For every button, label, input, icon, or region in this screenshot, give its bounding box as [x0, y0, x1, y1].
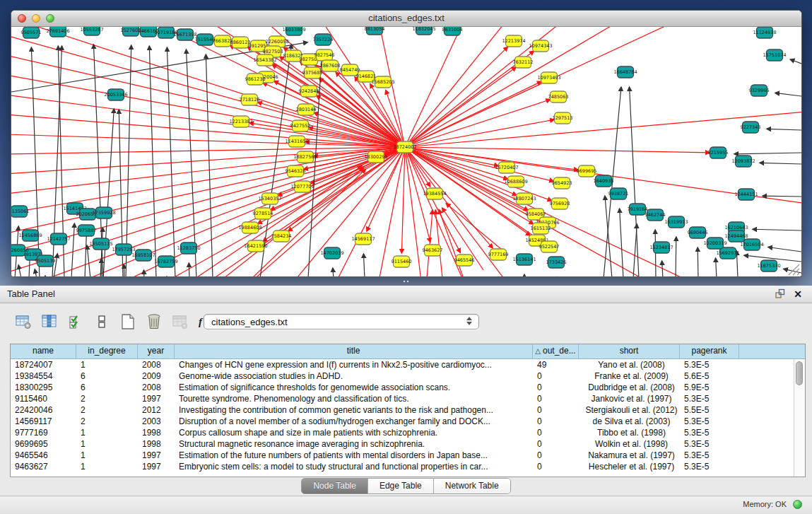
table-cell[interactable]: 2008 — [138, 382, 175, 393]
table-row[interactable]: 969969511998Structural magnetic resonanc… — [11, 438, 794, 450]
graph-node[interactable]: 11832045 — [412, 27, 435, 35]
graph-node[interactable]: 10974343 — [529, 40, 552, 52]
table-cell[interactable]: 14569117 — [11, 416, 76, 427]
new-table-icon[interactable] — [119, 313, 137, 331]
graph-node[interactable]: 16648784 — [613, 66, 637, 78]
graph-node[interactable]: 12142757 — [47, 233, 70, 245]
splitter-grip[interactable] — [403, 280, 409, 283]
graph-node[interactable]: 9278514 — [253, 208, 273, 219]
graph-node[interactable]: 16958107 — [131, 250, 155, 261]
row-height-icon[interactable] — [93, 313, 111, 331]
graph-node[interactable]: 18827563 — [293, 151, 317, 163]
table-cell[interactable]: Changes of HCN gene expression and I(f) … — [175, 359, 533, 370]
graph-node[interactable]: 12494468 — [724, 230, 748, 242]
table-cell[interactable]: 49 — [533, 359, 579, 370]
table-row[interactable]: 1938455462009Genome-wide association stu… — [11, 370, 794, 382]
graph-node[interactable]: 8631004 — [442, 27, 463, 35]
tab-edge-table[interactable]: Edge Table — [368, 479, 434, 493]
table-cell[interactable]: 6 — [76, 382, 138, 393]
table-cell[interactable]: 1997 — [138, 461, 175, 472]
graph-node[interactable]: 18807243 — [512, 193, 536, 204]
table-cell[interactable]: 9463627 — [11, 461, 76, 472]
graph-node[interactable]: 9227343 — [741, 122, 761, 133]
graph-node[interactable]: 9938721 — [608, 188, 629, 199]
graph-node[interactable]: 15720407 — [495, 162, 518, 173]
table-cell[interactable]: 9777169 — [11, 427, 76, 438]
table-cell[interactable]: 0 — [533, 416, 579, 427]
graph-node[interactable]: 8860123 — [230, 37, 251, 48]
graph-node[interactable]: 12213974 — [502, 35, 525, 47]
column-header-year[interactable]: year — [138, 344, 175, 358]
graph-node[interactable]: 16033809 — [282, 27, 305, 35]
table-row[interactable]: 1456911722003Disruption of a novel membe… — [11, 416, 794, 427]
tab-network-table[interactable]: Network Table — [434, 479, 510, 493]
graph-node[interactable]: 10200319 — [703, 238, 726, 249]
column-header-short[interactable]: short — [579, 344, 680, 358]
graph-node[interactable]: 10688609 — [504, 176, 527, 187]
table-cell[interactable]: 1998 — [138, 427, 175, 438]
graph-node[interactable]: 7584234 — [271, 230, 292, 242]
table-cell[interactable]: 9465546 — [11, 450, 76, 461]
table-cell[interactable]: Investigating the contribution of common… — [175, 404, 533, 416]
table-cell[interactable]: Genome-wide association studies in ADHD. — [175, 370, 533, 382]
table-row[interactable]: 946362711997Embryonic stem cells: a mode… — [11, 461, 794, 472]
table-cell[interactable]: 18300295 — [11, 382, 76, 393]
graph-node[interactable]: 12093872 — [731, 156, 755, 167]
table-cell[interactable]: Tibbo et al. (1998) — [579, 427, 680, 438]
graph-node[interactable]: 11456869 — [18, 230, 42, 241]
graph-node[interactable]: 16671358 — [173, 29, 196, 40]
table-cell[interactable]: Disruption of a novel member of a sodium… — [175, 416, 533, 427]
table-cell[interactable]: 1997 — [138, 450, 175, 461]
table-cell[interactable]: Dudbridge et al. (2008) — [579, 382, 680, 393]
vertical-scrollbar[interactable] — [794, 359, 805, 477]
graph-node[interactable]: 9505139 — [35, 255, 56, 267]
table-cell[interactable]: 2 — [76, 404, 138, 416]
graph-node[interactable]: 15340357 — [258, 193, 281, 204]
graph-node[interactable]: 9115460 — [392, 256, 412, 267]
graph-node[interactable]: 9546328 — [286, 165, 306, 177]
graph-node[interactable]: 16782759 — [154, 256, 177, 267]
graph-node[interactable]: 9462744 — [645, 209, 666, 221]
delete-table-icon[interactable] — [145, 313, 163, 331]
table-cell[interactable]: Wolkin et al. (1998) — [579, 438, 680, 450]
graph-node[interactable]: 8813054 — [365, 27, 385, 35]
graph-node[interactable]: 16543382 — [253, 54, 276, 66]
table-row[interactable]: 1830029562008Estimation of significance … — [11, 382, 794, 393]
table-cell[interactable]: 2 — [76, 393, 138, 404]
table-cell[interactable]: 1 — [76, 427, 138, 438]
table-cell[interactable]: 18724007 — [11, 359, 76, 370]
graph-node[interactable]: 18300295 — [364, 151, 387, 163]
table-cell[interactable]: 0 — [533, 382, 579, 393]
table-cell[interactable]: 1 — [76, 359, 138, 370]
tab-node-table[interactable]: Node Table — [302, 479, 368, 493]
graph-node[interactable]: 1297513 — [553, 112, 573, 124]
network-window[interactable]: citations_edges.txt 18724007 18300295 19… — [11, 10, 802, 277]
graph-node[interactable]: 15751074 — [763, 49, 786, 61]
graph-node[interactable]: 9690446 — [688, 227, 708, 238]
graph-node[interactable]: 1640935 — [594, 175, 614, 187]
table-cell[interactable]: 5.9E-5 — [680, 382, 739, 393]
table-cell[interactable]: 5.3E-5 — [680, 461, 739, 472]
table-cell[interactable]: 2012 — [138, 404, 175, 416]
graph-node[interactable]: 7357224 — [313, 34, 334, 45]
graph-node[interactable]: 9463627 — [423, 245, 443, 256]
float-panel-icon[interactable] — [775, 288, 785, 299]
table-cell[interactable]: 0 — [533, 404, 579, 416]
graph-node[interactable]: 1733426 — [546, 257, 567, 268]
select-columns-icon[interactable] — [66, 313, 85, 331]
graph-node[interactable]: 9827546 — [314, 49, 335, 61]
table-cell[interactable]: 1 — [76, 461, 138, 472]
table-cell[interactable]: 1998 — [138, 438, 175, 450]
graph-node[interactable]: 2718126 — [240, 94, 260, 105]
graph-node[interactable]: 15136141 — [512, 254, 536, 265]
graph-node[interactable]: 14569117 — [351, 233, 375, 245]
graph-node[interactable]: 20053346 — [104, 89, 127, 100]
graph-node[interactable]: 9465546 — [454, 255, 475, 266]
table-cell[interactable]: 5.6E-5 — [680, 370, 739, 382]
table-cell[interactable]: Embryonic stem cells: a model to study s… — [175, 461, 533, 472]
graph-node[interactable]: 15685205 — [371, 76, 394, 88]
table-cell[interactable]: Hescheler et al. (1997) — [579, 461, 680, 472]
column-header-in_degree[interactable]: in_degree — [76, 344, 138, 358]
graph-node[interactable]: 1135061 — [11, 206, 29, 217]
table-cell[interactable]: Structural magnetic resonance image aver… — [175, 438, 533, 450]
